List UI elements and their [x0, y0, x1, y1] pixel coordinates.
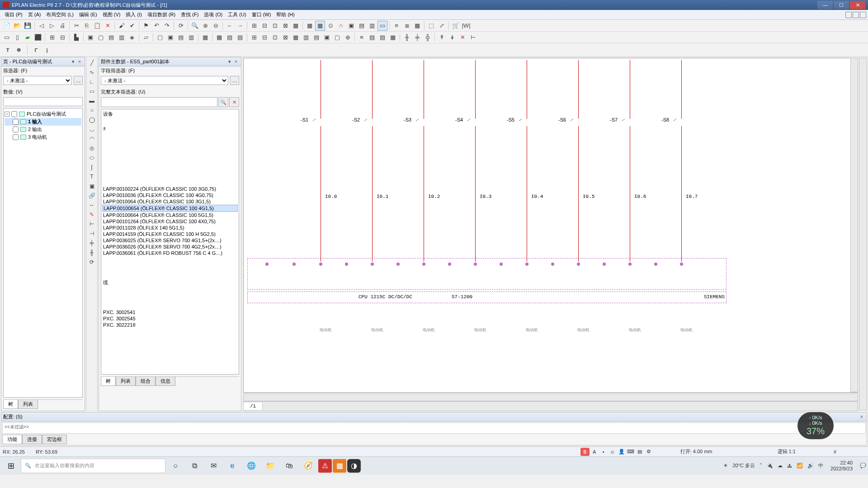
status-gear-icon[interactable]: ⚙: [645, 448, 653, 456]
part-item[interactable]: LAPP.0014159 (ÖLFLEX® CLASSIC 100 H 5G2,…: [102, 231, 238, 237]
ellipse-icon[interactable]: ◯: [87, 115, 97, 124]
t2-10-icon[interactable]: ▤: [106, 33, 116, 42]
spline-icon[interactable]: ∫: [87, 162, 97, 172]
tray-chevron-icon[interactable]: ˄: [760, 463, 762, 469]
tray-notifications-icon[interactable]: 💬: [860, 463, 866, 469]
conn2-icon[interactable]: ⊣: [87, 229, 97, 238]
tree-item-1[interactable]: 1 输入: [5, 118, 81, 126]
t2-12-icon[interactable]: ◈: [127, 33, 137, 42]
tool-a-icon[interactable]: ▣: [346, 21, 356, 31]
pages-tab-tree[interactable]: 树: [3, 400, 18, 409]
tool-f-icon[interactable]: ≣: [402, 21, 412, 31]
flag-icon[interactable]: ⚑: [141, 21, 151, 31]
comp5-icon[interactable]: ▦: [291, 21, 301, 31]
parts-tab-list[interactable]: 列表: [116, 377, 136, 386]
rect-icon[interactable]: ▭: [87, 86, 97, 96]
t2-4-icon[interactable]: ⬛: [33, 33, 43, 42]
start-button[interactable]: ⊞: [2, 459, 20, 473]
placement-tab-macro[interactable]: 宏边框: [42, 435, 67, 444]
fulltext-clear-button[interactable]: ✕: [229, 97, 239, 107]
tree-check[interactable]: [13, 119, 19, 125]
pen-icon[interactable]: ✎: [87, 210, 97, 219]
t2-35-icon[interactable]: ▦: [388, 33, 398, 42]
t2-9-icon[interactable]: ▢: [96, 33, 106, 42]
taskbar-eplan-icon[interactable]: ⚠: [318, 459, 332, 473]
t2-34-icon[interactable]: ▧: [377, 33, 387, 42]
parts-list[interactable]: 设备 ± LAPP.00100224 (ÖLFLEX® CLASSIC 100 …: [101, 109, 239, 375]
right-scroll-spacer[interactable]: [859, 58, 867, 410]
t2-26-icon[interactable]: ▦: [291, 33, 301, 42]
menu-help[interactable]: 帮助 (H): [274, 10, 297, 19]
prev-page-icon[interactable]: ◁: [37, 21, 47, 31]
t2-24-icon[interactable]: ⊡: [270, 33, 280, 42]
pages-panel-close-icon[interactable]: ×: [76, 59, 83, 65]
ring-icon[interactable]: ◎: [87, 143, 97, 153]
minimize-button[interactable]: —: [817, 1, 833, 9]
pages-value-input[interactable]: [3, 97, 83, 106]
text-icon[interactable]: T: [87, 172, 97, 181]
tree-check[interactable]: [13, 127, 19, 132]
taskbar-edge-icon[interactable]: e: [223, 459, 241, 473]
tray-volume-icon[interactable]: 🔊: [807, 463, 814, 469]
tool-h-icon[interactable]: ⬚: [426, 21, 436, 31]
tray-power-icon[interactable]: 🔌: [767, 463, 773, 469]
t2-31-icon[interactable]: ⊕: [343, 33, 353, 42]
menu-insert[interactable]: 插入 (I): [123, 10, 144, 19]
t2-22-icon[interactable]: ⊞: [249, 33, 259, 42]
part-item[interactable]: LAPP.0036061 (ÖLFLEX® FD ROBUST 756 C 4 …: [102, 250, 238, 256]
parts-tab-combo[interactable]: 组合: [136, 377, 156, 386]
part-item[interactable]: LAPP.0036025 (ÖLFLEX® SERVO 700 4G1,5+(2…: [102, 237, 238, 244]
redo-icon[interactable]: ↷: [162, 21, 172, 31]
part-item[interactable]: LAPP.0010064 (ÖLFLEX® CLASSIC 100 3G1,5): [102, 198, 238, 205]
t2-13-icon[interactable]: ▱: [141, 33, 151, 42]
image-icon[interactable]: ▣: [87, 181, 97, 191]
mdi-restore-button[interactable]: [853, 12, 859, 18]
tree-check[interactable]: [13, 134, 19, 140]
t2-37-icon[interactable]: ╪: [412, 33, 422, 42]
t2-30-icon[interactable]: ▢: [332, 33, 342, 42]
paste-icon[interactable]: 📋: [92, 21, 102, 31]
parts-cat-cable[interactable]: 缆: [102, 279, 238, 286]
mdi-close-button[interactable]: [860, 12, 866, 18]
part-item[interactable]: LAPP.00100224 (ÖLFLEX® CLASSIC 100 3G0,7…: [102, 186, 238, 192]
canvas-tab[interactable]: /1: [244, 403, 263, 410]
t2-2-icon[interactable]: ▯: [12, 33, 22, 42]
part-item[interactable]: LAPP.0036026 (ÖLFLEX® SERVO 700 4G2,5+(2…: [102, 244, 238, 250]
t2-20-icon[interactable]: ▨: [225, 33, 235, 42]
menu-tools[interactable]: 工具 (U): [225, 10, 249, 19]
taskbar-mail-icon[interactable]: ✉: [204, 459, 222, 473]
menu-layout[interactable]: 布局空间 (L): [43, 10, 76, 19]
t2-6-icon[interactable]: ⊟: [57, 33, 67, 42]
dim-icon[interactable]: ↔: [87, 200, 97, 210]
taskbar-store-icon[interactable]: 🛍: [280, 459, 298, 473]
t2-23-icon[interactable]: ⊟: [259, 33, 269, 42]
filled-rect-icon[interactable]: ▬: [87, 96, 97, 105]
text-tool-3[interactable]: Γ: [31, 45, 41, 55]
placement-tab-func[interactable]: 功能: [2, 435, 22, 444]
tree-root[interactable]: − PLC自动编号测试: [5, 110, 81, 118]
menu-options[interactable]: 选项 (O): [201, 10, 225, 19]
t2-41-icon[interactable]: ✕: [458, 33, 467, 42]
fulltext-search-button[interactable]: 🔍: [218, 97, 228, 107]
placement-tab-conn[interactable]: 连接: [22, 435, 42, 444]
grid-icon[interactable]: ▦: [305, 21, 315, 31]
pages-filter-more-button[interactable]: …: [74, 76, 83, 85]
t2-14-icon[interactable]: ▢: [155, 33, 165, 42]
menu-edit[interactable]: 编辑 (E): [76, 10, 100, 19]
weather-icon[interactable]: ☀: [723, 463, 728, 469]
t2-21-icon[interactable]: ▧: [235, 33, 245, 42]
taskbar-taskview-icon[interactable]: ⧉: [185, 459, 203, 473]
t2-11-icon[interactable]: ▥: [117, 33, 127, 42]
parts-panel-close-icon[interactable]: ×: [233, 59, 239, 65]
t2-28-icon[interactable]: ▤: [311, 33, 321, 42]
expand-icon[interactable]: −: [5, 112, 9, 117]
tray-wifi-icon[interactable]: 📶: [797, 463, 803, 469]
part-item[interactable]: PXC. 3022218: [102, 322, 238, 328]
line-icon[interactable]: ╱: [87, 58, 97, 67]
status-a-icon[interactable]: A: [590, 448, 599, 456]
t2-3-icon[interactable]: ▰: [23, 33, 33, 42]
status-ime-icon[interactable]: S: [580, 448, 590, 456]
mdi-minimize-button[interactable]: [845, 12, 852, 18]
part-item[interactable]: LAPP.0011028 (ÖLFLEX 140 5G1,5): [102, 225, 238, 231]
schematic-canvas[interactable]: -S1 ⟋ I0.0 -S2 ⟋ I0.1 -S3 ⟋ I0.2 -S4 ⟋ I…: [243, 58, 858, 393]
